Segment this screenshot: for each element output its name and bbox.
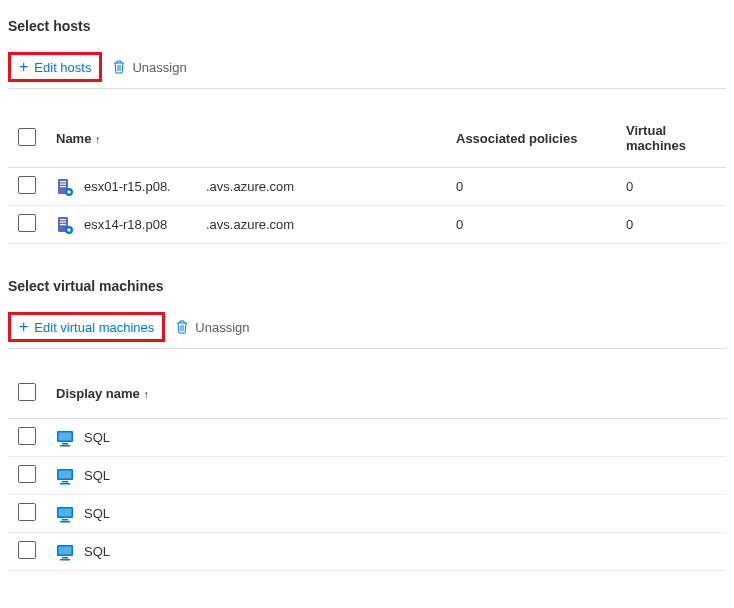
select-all-vms-checkbox[interactable]	[18, 383, 36, 401]
svg-rect-25	[59, 546, 72, 554]
table-row: esx01-r15.p08..avs.azure.com00	[8, 168, 726, 206]
hosts-col-policies[interactable]: Associated policies	[446, 117, 616, 168]
svg-rect-8	[60, 221, 66, 222]
svg-rect-3	[60, 186, 66, 187]
hosts-toolbar: + Edit hosts Unassign	[8, 52, 726, 89]
edit-vms-button[interactable]: + Edit virtual machines	[19, 319, 154, 335]
svg-rect-2	[60, 183, 66, 184]
vm-icon	[56, 429, 74, 447]
vms-col-display-name-label: Display name	[56, 386, 140, 401]
svg-rect-18	[62, 481, 68, 483]
edit-hosts-button[interactable]: + Edit hosts	[19, 59, 91, 75]
unassign-vms-button[interactable]: Unassign	[175, 319, 249, 335]
host-domain: .avs.azure.com	[196, 168, 446, 206]
host-icon	[56, 216, 74, 234]
table-row: esx14-r18.p08.avs.azure.com00	[8, 206, 726, 244]
vm-name: SQL	[84, 544, 110, 559]
unassign-vms-label: Unassign	[195, 320, 249, 335]
svg-rect-13	[59, 432, 72, 440]
svg-rect-15	[60, 445, 70, 447]
unassign-hosts-label: Unassign	[132, 60, 186, 75]
vms-col-display-name[interactable]: Display name ↑	[46, 377, 726, 419]
vm-name: SQL	[84, 430, 110, 445]
select-all-hosts-checkbox[interactable]	[18, 128, 36, 146]
row-checkbox[interactable]	[18, 427, 36, 445]
svg-rect-22	[62, 519, 68, 521]
table-row: SQL	[8, 495, 726, 533]
sort-asc-icon: ↑	[95, 133, 101, 145]
row-checkbox[interactable]	[18, 503, 36, 521]
select-vms-title: Select virtual machines	[8, 278, 726, 294]
svg-rect-21	[59, 508, 72, 516]
host-name: esx14-r18.p08	[84, 217, 167, 232]
table-row: SQL	[8, 533, 726, 571]
svg-rect-27	[60, 559, 70, 561]
host-domain: .avs.azure.com	[196, 206, 446, 244]
edit-vms-label: Edit virtual machines	[34, 320, 154, 335]
svg-rect-26	[62, 557, 68, 559]
table-row: SQL	[8, 419, 726, 457]
hosts-col-name[interactable]: Name ↑	[46, 117, 196, 168]
sort-asc-icon: ↑	[143, 388, 149, 400]
trash-icon	[175, 319, 189, 335]
vm-name: SQL	[84, 468, 110, 483]
plus-icon: +	[19, 319, 28, 335]
vm-icon	[56, 467, 74, 485]
svg-rect-7	[60, 219, 66, 220]
vm-icon	[56, 543, 74, 561]
svg-rect-5	[68, 190, 71, 193]
hosts-table: Name ↑ Associated policies Virtual machi…	[8, 117, 726, 244]
host-name: esx01-r15.p08.	[84, 179, 171, 194]
vm-icon	[56, 505, 74, 523]
host-vms: 0	[616, 206, 726, 244]
hosts-col-vms[interactable]: Virtual machines	[616, 117, 726, 168]
host-icon	[56, 178, 74, 196]
vms-table: Display name ↑ SQLSQLSQLSQL	[8, 377, 726, 571]
edit-hosts-highlight: + Edit hosts	[8, 52, 102, 82]
vm-name: SQL	[84, 506, 110, 521]
hosts-col-name-label: Name	[56, 131, 91, 146]
row-checkbox[interactable]	[18, 176, 36, 194]
row-checkbox[interactable]	[18, 465, 36, 483]
svg-rect-17	[59, 470, 72, 478]
row-checkbox[interactable]	[18, 541, 36, 559]
row-checkbox[interactable]	[18, 214, 36, 232]
svg-rect-14	[62, 443, 68, 445]
svg-rect-1	[60, 181, 66, 182]
unassign-hosts-button[interactable]: Unassign	[112, 59, 186, 75]
svg-rect-9	[60, 224, 66, 225]
host-policies: 0	[446, 168, 616, 206]
vms-toolbar: + Edit virtual machines Unassign	[8, 312, 726, 349]
plus-icon: +	[19, 59, 28, 75]
svg-rect-11	[68, 228, 71, 231]
edit-hosts-label: Edit hosts	[34, 60, 91, 75]
svg-rect-23	[60, 521, 70, 523]
host-policies: 0	[446, 206, 616, 244]
trash-icon	[112, 59, 126, 75]
table-row: SQL	[8, 457, 726, 495]
host-vms: 0	[616, 168, 726, 206]
svg-rect-19	[60, 483, 70, 485]
select-hosts-title: Select hosts	[8, 18, 726, 34]
edit-vms-highlight: + Edit virtual machines	[8, 312, 165, 342]
